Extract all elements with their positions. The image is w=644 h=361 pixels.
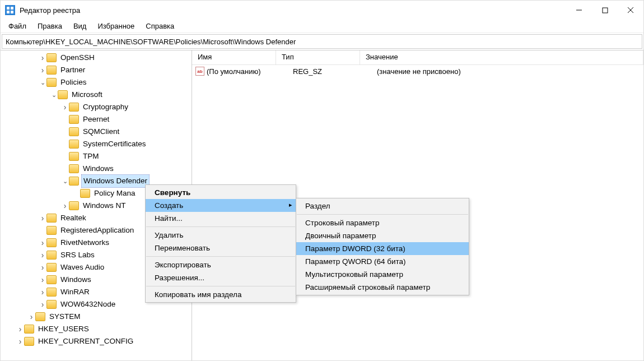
tree-label: Microsoft [70, 89, 104, 101]
chevron-down-icon[interactable] [61, 175, 69, 187]
minimize-button[interactable] [566, 1, 592, 19]
address-bar[interactable]: Компьютер\HKEY_LOCAL_MACHINE\SOFTWARE\Po… [2, 34, 642, 49]
tree-label: WinRAR [59, 286, 91, 298]
tree-label: Cryptography [81, 101, 130, 113]
close-button[interactable] [618, 1, 643, 19]
menu-help[interactable]: Справка [140, 21, 180, 31]
app-icon [5, 5, 15, 15]
menu-favorites[interactable]: Избранное [92, 21, 140, 31]
folder-icon [80, 189, 90, 198]
chevron-right-icon[interactable] [61, 101, 69, 113]
context-submenu-create: Раздел Строковый параметр Двоичный парам… [296, 198, 469, 295]
folder-icon [46, 251, 57, 260]
ctx-new-dword[interactable]: Параметр DWORD (32 бита) [296, 242, 469, 255]
menu-view[interactable]: Вид [68, 21, 92, 31]
tree-item-microsoft[interactable]: Microsoft [1, 89, 192, 101]
separator [146, 256, 295, 257]
tree-item-hkey-current-config[interactable]: HKEY_CURRENT_CONFIG [1, 335, 192, 348]
tree-label: SRS Labs [59, 249, 96, 261]
chevron-right-icon[interactable] [39, 249, 46, 261]
tree-item-systemcertificates[interactable]: SystemCertificates [1, 138, 192, 150]
tree-label: Peernet [81, 113, 111, 126]
folder-icon [46, 78, 57, 87]
ctx-new-multistring[interactable]: Мультистроковый параметр [296, 268, 469, 281]
ctx-collapse[interactable]: Свернуть [146, 186, 296, 199]
ctx-new-binary[interactable]: Двоичный параметр [296, 229, 469, 242]
folder-icon [69, 103, 79, 112]
svg-rect-0 [7, 7, 10, 10]
chevron-right-icon[interactable] [16, 323, 24, 335]
chevron-down-icon[interactable] [39, 76, 46, 89]
separator [146, 286, 295, 286]
tree-item-system[interactable]: SYSTEM [1, 311, 192, 323]
folder-icon [46, 263, 57, 272]
folder-icon [24, 337, 34, 346]
tree-label: OpenSSH [59, 52, 96, 64]
chevron-right-icon[interactable] [39, 274, 46, 286]
folder-icon [46, 275, 57, 284]
folder-icon [46, 53, 57, 62]
ctx-new-string[interactable]: Строковый параметр [296, 216, 469, 229]
folder-icon [46, 238, 57, 247]
menu-file[interactable]: Файл [3, 21, 32, 31]
maximize-button[interactable] [592, 1, 618, 19]
tree-label: SYSTEM [48, 311, 82, 323]
chevron-right-icon[interactable] [39, 261, 46, 274]
chevron-right-icon[interactable] [39, 237, 46, 249]
menu-edit[interactable]: Правка [32, 21, 68, 31]
tree-label: HKEY_CURRENT_CONFIG [36, 335, 135, 348]
chevron-right-icon[interactable] [16, 335, 24, 348]
col-name[interactable]: Имя [192, 50, 276, 64]
column-headers: Имя Тип Значение [192, 50, 643, 65]
folder-icon [58, 90, 68, 99]
window-title: Редактор реестра [20, 6, 80, 15]
tree-item-openssh[interactable]: OpenSSH [1, 52, 192, 64]
string-value-icon: ab [195, 67, 204, 76]
tree-item-peernet[interactable]: Peernet [1, 113, 192, 126]
chevron-right-icon[interactable] [39, 212, 46, 224]
folder-icon [69, 115, 79, 124]
folder-icon [46, 288, 57, 297]
tree-item-partner[interactable]: Partner [1, 64, 192, 76]
ctx-find[interactable]: Найти... [146, 212, 296, 225]
ctx-create[interactable]: Создать [146, 199, 296, 212]
svg-rect-5 [603, 8, 608, 13]
tree-item-hkey-users[interactable]: HKEY_USERS [1, 323, 192, 335]
tree-item-cryptography[interactable]: Cryptography [1, 101, 192, 113]
chevron-right-icon[interactable] [39, 52, 46, 64]
tree-item-sqmclient[interactable]: SQMClient [1, 126, 192, 138]
folder-icon [46, 300, 57, 309]
tree-label: Windows [59, 274, 93, 286]
tree-item-windows[interactable]: Windows [1, 163, 192, 175]
ctx-rename[interactable]: Переименовать [146, 242, 296, 254]
ctx-copy-key-name[interactable]: Копировать имя раздела [146, 288, 296, 301]
col-type[interactable]: Тип [276, 50, 360, 64]
tree-label: Partner [59, 64, 87, 76]
folder-icon [69, 127, 79, 136]
ctx-new-expandstring[interactable]: Расширяемый строковый параметр [296, 281, 469, 294]
chevron-right-icon[interactable] [39, 298, 46, 311]
ctx-delete[interactable]: Удалить [146, 229, 296, 242]
svg-rect-2 [7, 11, 10, 13]
tree-label: TPM [81, 150, 101, 163]
chevron-right-icon[interactable] [39, 286, 46, 298]
col-value[interactable]: Значение [360, 50, 643, 64]
tree-label: Windows [81, 163, 115, 175]
chevron-right-icon[interactable] [39, 64, 46, 76]
window: Редактор реестра Файл Правка Вид Избранн… [0, 0, 644, 361]
chevron-down-icon[interactable] [50, 89, 58, 101]
tree-label: Policy Mana [92, 187, 137, 200]
ctx-new-key[interactable]: Раздел [296, 200, 469, 212]
list-row-default[interactable]: ab (По умолчанию) REG_SZ (значение не пр… [192, 65, 643, 77]
separator [297, 214, 468, 215]
ctx-permissions[interactable]: Разрешения... [146, 271, 296, 284]
tree-label: RegisteredApplication [59, 224, 136, 237]
chevron-right-icon[interactable] [27, 311, 35, 323]
tree-label: Windows Defender [81, 174, 150, 188]
folder-icon [24, 325, 34, 334]
tree-item-tpm[interactable]: TPM [1, 150, 192, 163]
ctx-export[interactable]: Экспортировать [146, 258, 296, 271]
ctx-new-qword[interactable]: Параметр QWORD (64 бита) [296, 255, 469, 268]
tree-item-policies[interactable]: Policies [1, 76, 192, 89]
chevron-right-icon[interactable] [61, 200, 69, 212]
